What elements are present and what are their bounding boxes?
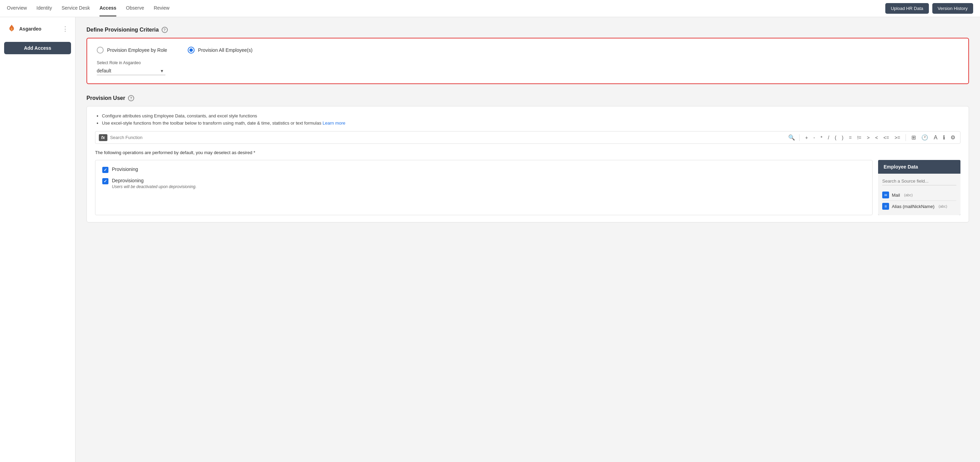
toolbar-equals[interactable]: = [848, 134, 853, 141]
info-icon[interactable]: ℹ [942, 134, 947, 142]
provisioning-label: Provisioning [112, 166, 138, 172]
lower-area: Provisioning Deprovisioning Users will b… [95, 160, 961, 215]
mail-icon [882, 191, 889, 198]
toolbar-less[interactable]: < [873, 134, 879, 141]
bullet-item-1: Configure attributes using Employee Data… [102, 113, 961, 118]
add-access-button[interactable]: Add Access [4, 42, 71, 54]
main-content: Define Provisioning Criteria ? Provision… [75, 17, 980, 462]
provision-by-role-label: Provision Employee by Role [107, 47, 167, 53]
fx-badge: fx [99, 134, 107, 141]
learn-more-link[interactable]: Learn more [323, 121, 345, 126]
nav-overview[interactable]: Overview [7, 0, 27, 16]
version-history-button[interactable]: Version History [932, 3, 973, 14]
nav-identity[interactable]: Identity [37, 0, 52, 16]
mail-field-name: Mail [892, 193, 900, 198]
clock-icon[interactable]: 🕐 [920, 134, 929, 142]
toolbar-multiply[interactable]: * [819, 134, 824, 141]
employee-data-panel-body: Mail (abc) Alias (mailNickName) (abc) [878, 174, 961, 215]
toolbar-divider-2 [905, 134, 906, 141]
provision-user-help-icon[interactable]: ? [128, 95, 134, 101]
deprovisioning-label: Deprovisioning [112, 178, 197, 183]
deprovisioning-sublabel: Users will be deactivated upon deprovisi… [112, 184, 197, 189]
formula-icon[interactable]: ⚙ [949, 134, 957, 142]
nav-service-desk[interactable]: Service Desk [62, 0, 90, 16]
provisioning-checkbox-item: Provisioning [102, 166, 865, 173]
brand-logo [7, 24, 16, 33]
ops-description: The following operations are performed b… [95, 150, 961, 155]
criteria-section-header: Define Provisioning Criteria ? [86, 27, 969, 33]
provision-by-role-radio[interactable] [97, 47, 103, 54]
toolbar-divider-1 [799, 134, 800, 141]
operations-checkboxes-box: Provisioning Deprovisioning Users will b… [95, 160, 873, 215]
provision-user-section-header: Provision User ? [86, 95, 969, 101]
criteria-section: Define Provisioning Criteria ? Provision… [86, 27, 969, 84]
toolbar-greater-equals[interactable]: >= [893, 134, 901, 141]
provisioning-checkbox[interactable] [102, 167, 108, 173]
brand-menu-icon[interactable]: ⋮ [62, 25, 68, 33]
provision-user-section-title: Provision User [86, 95, 125, 101]
provision-user-section: Provision User ? Configure attributes us… [86, 95, 969, 222]
nav-observe[interactable]: Observe [126, 0, 144, 16]
role-select[interactable]: default admin user manager [97, 67, 165, 75]
provision-user-box: Configure attributes using Employee Data… [86, 106, 969, 222]
text-icon[interactable]: A [932, 134, 939, 142]
source-search-input[interactable] [882, 177, 956, 185]
toolbar-not-equals[interactable]: != [856, 134, 863, 141]
criteria-box: Provision Employee by Role Provision All… [86, 38, 969, 84]
provision-all-label: Provision All Employee(s) [198, 47, 253, 53]
toolbar-open-paren[interactable]: ( [834, 134, 838, 141]
sidebar: Asgardeo ⋮ Add Access [0, 17, 75, 462]
alias-field-name: Alias (mailNickName) [892, 204, 934, 209]
nav-actions: Upload HR Data Version History [885, 3, 973, 14]
grid-icon[interactable]: ⊞ [910, 134, 917, 142]
nav-access[interactable]: Access [100, 0, 116, 16]
source-item-mail: Mail (abc) [882, 190, 956, 201]
criteria-section-title: Define Provisioning Criteria [86, 27, 159, 33]
toolbar-minus[interactable]: - [812, 134, 817, 141]
toolbar-close-paren[interactable]: ) [840, 134, 845, 141]
alias-icon [882, 203, 889, 210]
bullet-item-2: Use excel-style functions from the toolb… [102, 121, 961, 126]
function-toolbar: fx 🔍 + - * / ( ) = != > < <= >= [95, 131, 961, 144]
employee-data-panel-header: Employee Data [878, 160, 961, 174]
provision-by-role-option[interactable]: Provision Employee by Role [97, 47, 167, 54]
brand-area: Asgardeo ⋮ [4, 23, 71, 35]
employee-data-panel: Employee Data Mail (abc) Alias (mailNick… [878, 160, 961, 215]
role-select-wrapper: default admin user manager ▼ [97, 67, 165, 75]
main-layout: Asgardeo ⋮ Add Access Define Provisionin… [0, 17, 980, 462]
search-function-input[interactable] [110, 135, 786, 140]
mail-field-type: (abc) [904, 193, 913, 197]
nav-review[interactable]: Review [154, 0, 170, 16]
provision-all-radio[interactable] [188, 47, 194, 54]
toolbar-plus[interactable]: + [803, 134, 809, 141]
criteria-help-icon[interactable]: ? [162, 27, 168, 33]
radio-options: Provision Employee by Role Provision All… [97, 47, 959, 54]
search-icon[interactable]: 🔍 [788, 134, 795, 141]
provision-all-option[interactable]: Provision All Employee(s) [188, 47, 253, 54]
alias-field-type: (abc) [939, 204, 947, 208]
deprovisioning-checkbox[interactable] [102, 178, 108, 184]
toolbar-less-equals[interactable]: <= [882, 134, 891, 141]
upload-hr-data-button[interactable]: Upload HR Data [885, 3, 929, 14]
provision-bullet-list: Configure attributes using Employee Data… [95, 113, 961, 126]
role-select-label: Select Role in Asgardeo [97, 61, 959, 65]
nav-links: Overview Identity Service Desk Access Ob… [7, 0, 170, 16]
toolbar-divide[interactable]: / [827, 134, 831, 141]
deprovisioning-checkbox-item: Deprovisioning Users will be deactivated… [102, 178, 865, 189]
toolbar-greater[interactable]: > [865, 134, 871, 141]
source-item-alias: Alias (mailNickName) (abc) [882, 201, 956, 212]
role-select-group: Select Role in Asgardeo default admin us… [97, 61, 959, 75]
brand-name: Asgardeo [19, 26, 41, 32]
top-navigation: Overview Identity Service Desk Access Ob… [0, 0, 980, 17]
